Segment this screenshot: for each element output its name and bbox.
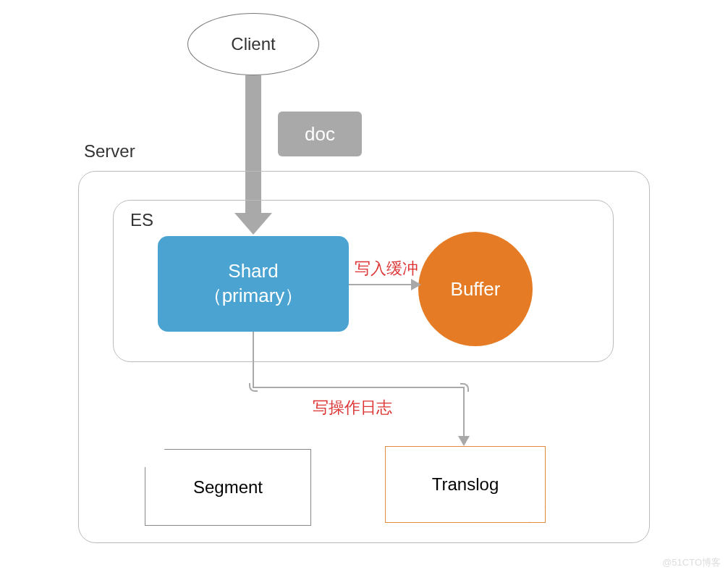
arrow-shard-to-translog-h [253,387,463,388]
doc-label: doc [305,123,335,146]
arrow-shard-to-translog-v2 [463,387,465,436]
page-fold-icon [529,506,545,522]
segment-node: Segment [145,449,311,526]
buffer-label: Buffer [451,278,501,301]
buffer-node: Buffer [418,232,533,346]
shard-label-2: （primary） [203,284,304,309]
server-label: Server [84,141,135,161]
client-label: Client [231,34,275,54]
arrow-shard-to-translog-v1 [253,332,254,388]
doc-node: doc [278,112,362,156]
shard-label-1: Shard [228,259,278,284]
shard-node: Shard （primary） [158,236,349,332]
write-log-label: 写操作日志 [313,397,392,419]
watermark: @51CTO博客 [662,556,721,569]
translog-node: Translog [385,446,546,523]
arrow-shard-to-buffer [349,284,411,285]
write-buffer-label: 写入缓冲 [355,258,418,280]
client-node: Client [187,13,319,75]
segment-label: Segment [193,477,263,498]
translog-label: Translog [432,474,499,495]
